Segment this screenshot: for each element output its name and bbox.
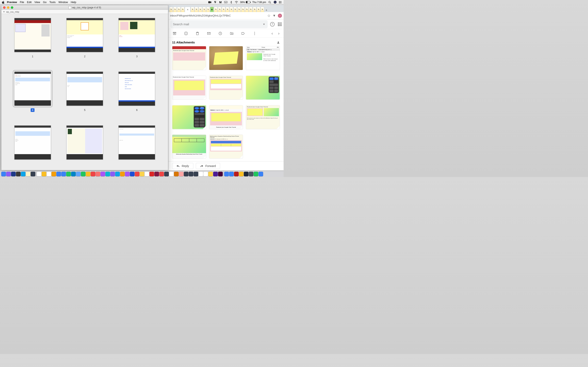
notification-center-icon[interactable] <box>279 1 282 4</box>
dock-app-icon[interactable] <box>184 172 189 176</box>
thumbnail-9[interactable]: xxx xx xxxxxxxx xxx <box>114 125 160 166</box>
browser-tab[interactable]: ✎ <box>229 7 233 12</box>
dock-app-icon[interactable] <box>61 172 66 176</box>
apple-icon[interactable] <box>2 1 5 4</box>
search-options-caret-icon[interactable]: ▼ <box>263 23 265 26</box>
dock-app-icon[interactable] <box>169 172 174 176</box>
browser-tab[interactable]: ✎ <box>181 7 185 12</box>
apps-grid-icon[interactable] <box>278 22 282 26</box>
browser-tab[interactable]: ✎ <box>249 7 252 12</box>
dock-app-icon[interactable] <box>199 172 203 176</box>
dock[interactable] <box>0 171 284 177</box>
dock-app-icon[interactable] <box>244 172 249 176</box>
attachment-thumb[interactable]: Parabola Quiz Google Chart Tutorial <box>172 76 206 100</box>
dock-app-icon[interactable] <box>130 172 135 176</box>
newer-icon[interactable]: ‹ <box>272 31 273 36</box>
browser-tab[interactable]: ✎ <box>237 7 241 12</box>
menu-tools[interactable]: Tools <box>49 1 56 4</box>
menu-go[interactable]: Go <box>43 1 46 4</box>
new-tab-button[interactable]: + <box>264 8 268 12</box>
dock-app-icon[interactable] <box>239 172 243 176</box>
m-icon[interactable]: M <box>219 1 222 4</box>
zoom-button[interactable] <box>11 6 13 9</box>
dock-app-icon[interactable] <box>254 172 258 176</box>
browser-tab[interactable]: ✎ <box>226 7 229 12</box>
puzzle-icon[interactable] <box>214 1 217 4</box>
thumbnail-5[interactable]: xxx xxxxxx 5 <box>62 72 108 115</box>
dock-app-icon[interactable] <box>120 172 125 176</box>
dock-app-icon[interactable] <box>110 172 115 176</box>
bluetooth-icon[interactable] <box>229 1 233 4</box>
reply-button[interactable]: Reply <box>172 163 193 169</box>
dock-app-icon[interactable] <box>52 172 56 176</box>
browser-tab[interactable]: ✎ <box>191 7 194 12</box>
thumbnail-2[interactable]: xxxxx xxx xxxx xxxxx xxx xxxxxxxxxxxxx 2 <box>62 18 108 61</box>
dock-app-icon[interactable] <box>249 172 253 176</box>
dock-app-icon[interactable] <box>37 172 42 176</box>
dock-app-icon[interactable] <box>6 172 11 176</box>
dock-app-icon[interactable] <box>203 172 208 176</box>
dock-app-icon[interactable] <box>135 172 139 176</box>
browser-tab[interactable]: ✎ <box>233 7 237 12</box>
thumbnail-1[interactable]: 1 <box>9 18 56 61</box>
wifi-icon[interactable] <box>235 1 238 4</box>
more-icon[interactable] <box>252 31 257 35</box>
dock-app-icon[interactable] <box>21 172 26 176</box>
thumbnail-7[interactable]: xx xxxxxxx xxxxxxxx <box>9 125 56 166</box>
dock-app-icon[interactable] <box>115 172 120 176</box>
dock-app-icon[interactable] <box>16 172 21 176</box>
dock-app-icon[interactable] <box>56 172 61 176</box>
dock-app-icon[interactable] <box>179 172 183 176</box>
dock-app-icon[interactable] <box>140 172 144 176</box>
thumbnail-3[interactable]: xxxxxxxx xxxx 3 <box>114 18 160 61</box>
menubar-app-name[interactable]: Preview <box>7 1 17 4</box>
snooze-icon[interactable] <box>218 31 222 35</box>
dock-app-icon[interactable] <box>100 172 105 176</box>
attachment-thumb[interactable]: Parabola Quiz Google Chart TutorialWe've… <box>246 105 280 129</box>
minimize-button[interactable] <box>7 6 9 9</box>
dock-app-icon[interactable] <box>31 172 35 176</box>
dock-app-icon[interactable] <box>86 172 90 176</box>
thumbnail-6[interactable]: xxxxxxxx xxxxxxx xxxxx xxx xxxxxx xxxxxx… <box>114 72 160 115</box>
menu-view[interactable]: View <box>35 1 40 4</box>
dock-app-icon[interactable] <box>66 172 71 176</box>
attachment-thumb[interactable]: Parabola Quiz Google Chart Tutorial <box>172 46 206 70</box>
attachment-thumb[interactable]: Music <box>172 105 206 129</box>
attachment-thumb[interactable]: Mathematics Equation Backtracking Game P… <box>172 134 206 159</box>
dock-app-icon[interactable] <box>174 172 179 176</box>
download-all-icon[interactable] <box>277 41 280 44</box>
thumbnail-8[interactable] <box>62 125 108 166</box>
browser-tab[interactable]: ✎ <box>260 7 264 12</box>
browser-tab[interactable]: ✎ <box>241 7 245 12</box>
menu-help[interactable]: Help <box>71 1 76 4</box>
dock-app-icon[interactable] <box>76 172 81 176</box>
attachment-thumb[interactable]: Parabola Quiz Google Chart Tutorial <box>209 76 243 100</box>
dock-app-icon[interactable] <box>159 172 164 176</box>
preview-titlebar[interactable]: wp_css_mbp (page 4 of 9) <box>1 5 168 10</box>
menubar-clock[interactable]: Thu 7:08 pm <box>252 1 266 4</box>
thumbnail-grid[interactable]: 1 xxxxx xxx xxxx xxxxx xxx xxxxxxxxxxxxx… <box>1 14 168 170</box>
address-bar[interactable]: inbox/FMfcgxwHMsNJzWsZGWgkwQfmLQcTPBkC ☆… <box>168 12 284 19</box>
dock-app-icon[interactable] <box>218 172 223 176</box>
close-tab-icon[interactable]: × <box>187 8 189 11</box>
dock-app-icon[interactable] <box>259 172 263 176</box>
dock-app-icon[interactable] <box>1 172 6 176</box>
filter-icon[interactable]: ▼ <box>273 14 276 17</box>
forward-button[interactable]: Forward <box>196 163 220 169</box>
browser-tab[interactable]: ✎ <box>257 7 260 12</box>
attachment-thumb[interactable]: Music <box>246 76 280 100</box>
dock-app-icon[interactable] <box>95 172 100 176</box>
browser-tab[interactable]: ✎ <box>214 7 218 12</box>
report-spam-icon[interactable] <box>184 31 188 35</box>
attachments-grid[interactable]: Parabola Quiz Google Chart Tutorial Optu… <box>168 46 284 161</box>
mark-unread-icon[interactable] <box>207 31 211 35</box>
browser-tab[interactable]: ▦ <box>210 7 214 12</box>
browser-tab[interactable]: ✎ <box>173 7 177 12</box>
display-icon[interactable] <box>224 1 227 4</box>
browser-tab[interactable]: ✎ <box>222 7 225 12</box>
dock-app-icon[interactable] <box>213 172 218 176</box>
attachment-thumb[interactable]: Mathematics Equation Backtracking Game P… <box>209 134 243 159</box>
browser-tab-active[interactable]: × <box>185 7 190 12</box>
labels-icon[interactable] <box>241 31 245 35</box>
siri-icon[interactable] <box>273 1 277 4</box>
